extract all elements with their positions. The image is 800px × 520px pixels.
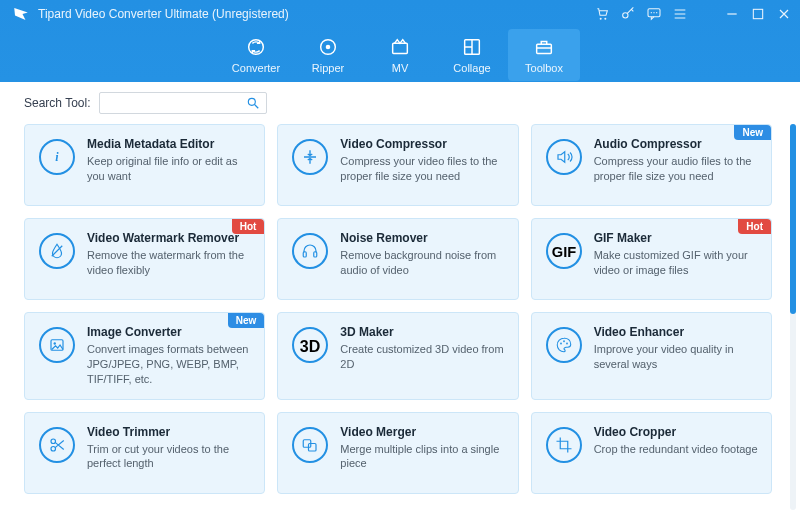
scrollbar-thumb[interactable] — [790, 124, 796, 314]
toolbox-content: iMedia Metadata EditorKeep original file… — [0, 120, 800, 518]
svg-point-25 — [566, 343, 568, 345]
tool-card-video-trimmer[interactable]: Video TrimmerTrim or cut your videos to … — [24, 412, 265, 494]
converter-icon — [245, 36, 267, 58]
title-bar: Tipard Video Converter Ultimate (Unregis… — [0, 0, 800, 28]
tool-text: Audio CompressorCompress your audio file… — [594, 137, 759, 184]
tool-title: 3D Maker — [340, 325, 505, 339]
ripper-icon — [317, 36, 339, 58]
tool-desc: Keep original file info or edit as you w… — [87, 154, 252, 184]
search-icon[interactable] — [246, 96, 260, 110]
hot-badge: Hot — [232, 219, 265, 234]
tool-card-video-watermark-remover[interactable]: HotVideo Watermark RemoverRemove the wat… — [24, 218, 265, 300]
maximize-icon[interactable] — [750, 6, 766, 22]
tab-label: Toolbox — [525, 62, 563, 74]
tool-card-media-metadata-editor[interactable]: iMedia Metadata EditorKeep original file… — [24, 124, 265, 206]
svg-rect-11 — [393, 43, 408, 53]
tool-title: Noise Remover — [340, 231, 505, 245]
tool-desc: Compress your audio files to the proper … — [594, 154, 759, 184]
tool-card-audio-compressor[interactable]: NewAudio CompressorCompress your audio f… — [531, 124, 772, 206]
palette-icon — [546, 327, 582, 363]
tab-collage[interactable]: Collage — [436, 29, 508, 81]
tool-title: Audio Compressor — [594, 137, 759, 151]
tool-text: Video CompressorCompress your video file… — [340, 137, 505, 184]
key-icon[interactable] — [620, 6, 636, 22]
search-row: Search Tool: — [0, 82, 800, 120]
tool-card-video-compressor[interactable]: Video CompressorCompress your video file… — [277, 124, 518, 206]
svg-rect-13 — [537, 44, 552, 53]
tool-card-video-merger[interactable]: Video MergerMerge multiple clips into a … — [277, 412, 518, 494]
tool-card-gif-maker[interactable]: HotGIFGIF MakerMake customized GIF with … — [531, 218, 772, 300]
droplet-icon — [39, 233, 75, 269]
tab-mv[interactable]: MV — [364, 29, 436, 81]
merge-icon — [292, 427, 328, 463]
tool-text: Video EnhancerImprove your video quality… — [594, 325, 759, 372]
svg-text:GIF: GIF — [551, 244, 575, 260]
info-icon: i — [39, 139, 75, 175]
tool-card-image-converter[interactable]: NewImage ConverterConvert images formats… — [24, 312, 265, 400]
tool-title: Video Compressor — [340, 137, 505, 151]
speech-bubble-icon[interactable] — [646, 6, 662, 22]
search-label: Search Tool: — [24, 96, 91, 110]
tool-text: Media Metadata EditorKeep original file … — [87, 137, 252, 184]
tool-text: Image ConverterConvert images formats be… — [87, 325, 252, 387]
tool-card-noise-remover[interactable]: Noise RemoverRemove background noise fro… — [277, 218, 518, 300]
image-icon — [39, 327, 75, 363]
tool-desc: Trim or cut your videos to the perfect l… — [87, 442, 252, 472]
svg-point-5 — [653, 12, 654, 13]
tool-desc: Convert images formats between JPG/JPEG,… — [87, 342, 252, 387]
app-logo-icon — [12, 5, 30, 23]
tool-desc: Remove the watermark from the video flex… — [87, 248, 252, 278]
three-d-icon: 3D — [292, 327, 328, 363]
tab-label: MV — [392, 62, 409, 74]
tab-label: Converter — [232, 62, 280, 74]
tool-text: Video TrimmerTrim or cut your videos to … — [87, 425, 252, 472]
svg-point-6 — [656, 12, 657, 13]
svg-text:i: i — [55, 150, 59, 164]
tool-text: Video CropperCrop the redundant video fo… — [594, 425, 758, 457]
tool-text: GIF MakerMake customized GIF with your v… — [594, 231, 759, 278]
search-input[interactable] — [106, 94, 246, 112]
tool-card-3d-maker[interactable]: 3D3D MakerCreate customized 3D video fro… — [277, 312, 518, 400]
tool-desc: Make customized GIF with your video or i… — [594, 248, 759, 278]
close-icon[interactable] — [776, 6, 792, 22]
svg-rect-17 — [304, 252, 307, 257]
tool-title: Video Trimmer — [87, 425, 252, 439]
svg-point-14 — [248, 98, 255, 105]
tool-grid: iMedia Metadata EditorKeep original file… — [24, 124, 772, 494]
minimize-icon[interactable] — [724, 6, 740, 22]
tool-text: Video Watermark RemoverRemove the waterm… — [87, 231, 252, 278]
hamburger-icon[interactable] — [672, 6, 688, 22]
hot-badge: Hot — [738, 219, 771, 234]
crop-icon — [546, 427, 582, 463]
tool-text: Noise RemoverRemove background noise fro… — [340, 231, 505, 278]
app-header: Tipard Video Converter Ultimate (Unregis… — [0, 0, 800, 82]
tab-toolbox[interactable]: Toolbox — [508, 29, 580, 81]
svg-rect-18 — [314, 252, 317, 257]
tool-card-video-cropper[interactable]: Video CropperCrop the redundant video fo… — [531, 412, 772, 494]
tool-desc: Improve your video quality in several wa… — [594, 342, 759, 372]
new-badge: New — [228, 313, 265, 328]
svg-point-1 — [604, 18, 606, 20]
tool-text: 3D MakerCreate customized 3D video from … — [340, 325, 505, 372]
tool-title: GIF Maker — [594, 231, 759, 245]
audio-icon — [546, 139, 582, 175]
tool-title: Video Merger — [340, 425, 505, 439]
svg-text:3D: 3D — [300, 338, 320, 355]
collage-icon — [461, 36, 483, 58]
search-input-wrap[interactable] — [99, 92, 267, 114]
tab-ripper[interactable]: Ripper — [292, 29, 364, 81]
titlebar-actions — [594, 6, 792, 22]
new-badge: New — [734, 125, 771, 140]
cart-icon[interactable] — [594, 6, 610, 22]
tool-desc: Merge multiple clips into a single piece — [340, 442, 505, 472]
tool-card-video-enhancer[interactable]: Video EnhancerImprove your video quality… — [531, 312, 772, 400]
svg-point-24 — [563, 340, 565, 342]
svg-point-10 — [326, 45, 331, 50]
headphones-icon — [292, 233, 328, 269]
tab-converter[interactable]: Converter — [220, 29, 292, 81]
tool-desc: Remove background noise from audio of vi… — [340, 248, 505, 278]
svg-rect-7 — [753, 9, 762, 18]
gif-icon: GIF — [546, 233, 582, 269]
svg-point-0 — [600, 18, 602, 20]
tab-label: Ripper — [312, 62, 344, 74]
